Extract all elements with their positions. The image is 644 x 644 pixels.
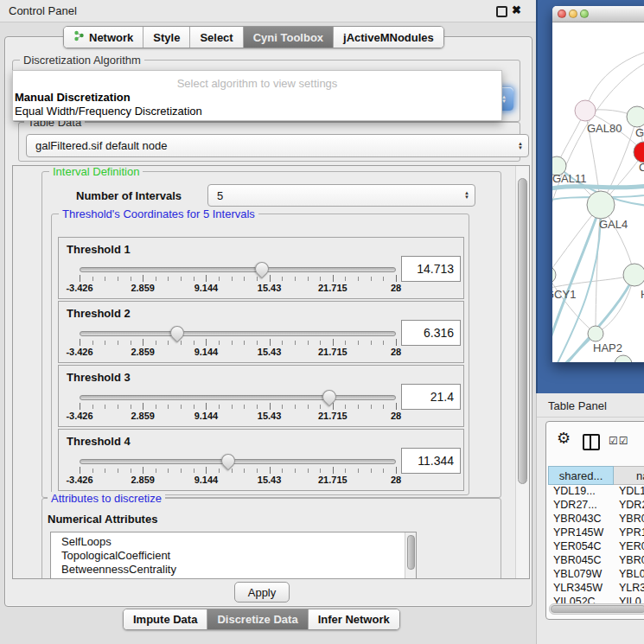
tab-select[interactable]: Select [189, 27, 242, 48]
threshold-value-field[interactable]: 14.713 [401, 256, 461, 282]
slider-track[interactable] [80, 395, 396, 400]
cell-name[interactable]: YBR0 [614, 513, 644, 526]
dropdown-item-manual-discretization[interactable]: Manual Discretization [15, 91, 131, 104]
apply-button[interactable]: Apply [234, 582, 290, 603]
table-row[interactable]: YER054CYER0 [548, 540, 644, 554]
checkbox-filter-icons[interactable]: ☑☑ [609, 435, 629, 447]
control-panel-tabs: NetworkStyleSelectCyni ToolboxjActiveMNo… [63, 26, 444, 48]
settings-vertical-scrollbar[interactable] [515, 166, 529, 578]
table-data-group: Table Data galFiltered.sif default node [18, 122, 520, 162]
table-row[interactable]: YDR27...YDR2 [548, 499, 644, 513]
slider-major-tick [333, 339, 334, 346]
slider-thumb[interactable] [168, 323, 188, 343]
number-of-intervals-combobox[interactable]: 5 [207, 184, 475, 207]
cell-name[interactable]: YLR3 [614, 582, 644, 596]
tab-discretize-data[interactable]: Discretize Data [207, 609, 307, 629]
cell-name[interactable]: YBR0 [614, 554, 644, 568]
tab-jactivemnodules[interactable]: jActiveMNodules [333, 27, 443, 48]
slider-tick-label: 15.43 [258, 347, 282, 357]
scrollbar-thumb[interactable] [518, 178, 527, 484]
table-horizontal-scrollbar[interactable] [549, 603, 644, 615]
network-view-window: GAL80GACGAL11GAL4GCY1HHAP2 [552, 6, 644, 362]
cell-name[interactable]: YBL0 [614, 568, 644, 582]
attributes-list-scrollbar[interactable] [405, 532, 416, 579]
cell-shared-name[interactable]: YPR145W [548, 526, 614, 540]
cell-name[interactable]: YDL1 [614, 485, 644, 499]
slider-tick-label: 21.715 [318, 411, 348, 421]
number-of-intervals-value: 5 [217, 189, 223, 202]
close-traffic-light-icon[interactable] [558, 10, 566, 18]
slider-tick-label: 9.144 [194, 475, 219, 485]
tab-network[interactable]: Network [64, 27, 143, 48]
scrollbar-thumb[interactable] [551, 605, 644, 613]
network-node-c[interactable] [634, 142, 644, 163]
network-edge [552, 184, 644, 191]
cell-name[interactable]: YDR2 [614, 499, 644, 513]
cell-shared-name[interactable]: YBR045C [548, 554, 614, 568]
threshold-slider[interactable]: -3.4262.8599.14415.4321.71528 [80, 390, 396, 423]
tab-infer-network[interactable]: Infer Network [308, 609, 399, 629]
network-canvas[interactable]: GAL80GACGAL11GAL4GCY1HHAP2 [552, 22, 644, 362]
cell-shared-name[interactable]: YDR27... [548, 499, 614, 513]
attribute-list-item[interactable]: TopologicalCoefficient [51, 549, 416, 563]
table-row[interactable]: YDL19...YDL1 [548, 485, 644, 499]
slider-thumb[interactable] [320, 387, 340, 407]
control-panel: Control Panel ✖ Discretization Algorithm… [0, 0, 536, 644]
table-data-combobox[interactable]: galFiltered.sif default node [26, 134, 529, 157]
cell-shared-name[interactable]: YDL19... [548, 485, 614, 499]
table-row[interactable]: YBR043CYBR0 [548, 513, 644, 526]
threshold-slider[interactable]: -3.4262.8599.14415.4321.71528 [80, 454, 396, 487]
right-column: GAL80GACGAL11GAL4GCY1HHAP2 Table Panel ⚙… [536, 0, 644, 644]
slider-track[interactable] [80, 331, 396, 336]
numerical-attributes-list: SelfLoopsTopologicalCoefficientBetweenne… [50, 532, 417, 579]
cell-shared-name[interactable]: YBL079W [548, 568, 614, 582]
columns-icon[interactable] [583, 434, 600, 450]
dropdown-item-equal-width-frequency[interactable]: Equal Width/Frequency Discretization [15, 105, 202, 118]
threshold-slider[interactable]: -3.4262.8599.14415.4321.71528 [80, 326, 396, 359]
threshold-label: Threshold 1 [67, 243, 131, 256]
cell-shared-name[interactable]: YLR345W [548, 582, 614, 596]
network-node-gal4[interactable] [587, 191, 615, 219]
threshold-value-field[interactable]: 6.316 [401, 320, 461, 346]
gear-icon[interactable]: ⚙ [557, 429, 571, 448]
network-node-ga[interactable] [627, 106, 644, 127]
tab-impute-data[interactable]: Impute Data [124, 609, 207, 629]
threshold-panel-1: Threshold 1-3.4262.8599.14415.4321.71528… [58, 237, 464, 299]
slider-major-tick [270, 339, 271, 346]
cell-shared-name[interactable]: YBR043C [548, 513, 614, 526]
attribute-list-item[interactable]: BetweennessCentrality [51, 563, 416, 577]
tab-style[interactable]: Style [143, 27, 189, 48]
cell-name[interactable]: YER0 [614, 540, 644, 554]
slider-track[interactable] [80, 459, 396, 464]
attribute-list-item[interactable]: SelfLoops [51, 535, 416, 549]
network-node-h[interactable] [623, 264, 644, 286]
network-node-hap2[interactable] [588, 326, 603, 341]
table-row[interactable]: YBL079WYBL0 [548, 568, 644, 582]
cell-name[interactable]: YPR1 [614, 526, 644, 540]
threshold-value-field[interactable]: 21.4 [401, 384, 461, 410]
zoom-traffic-light-icon[interactable] [580, 10, 589, 18]
table-row[interactable]: YBR045CYBR0 [548, 554, 644, 568]
column-header-shared-name[interactable]: shared... [548, 466, 614, 485]
slider-major-tick [396, 275, 397, 282]
column-header-name[interactable]: na [614, 466, 644, 485]
table-row[interactable]: YPR145WYPR1 [548, 526, 644, 540]
table-panel: Table Panel ⚙ ☑☑ shared... na YDL19...YD… [536, 393, 644, 644]
network-node[interactable] [615, 355, 632, 362]
scrollbar-thumb[interactable] [407, 535, 415, 570]
tab-cyni-toolbox[interactable]: Cyni Toolbox [243, 27, 333, 48]
cell-shared-name[interactable]: YER054C [548, 540, 614, 554]
network-node-label: HAP2 [593, 341, 622, 354]
float-window-icon[interactable] [496, 6, 507, 17]
minimize-traffic-light-icon[interactable] [569, 10, 577, 18]
slider-track[interactable] [80, 267, 396, 272]
table-row[interactable]: YLR345WYLR3 [548, 582, 644, 596]
threshold-value-field[interactable]: 11.344 [401, 448, 461, 474]
network-node-gal80[interactable] [575, 100, 596, 121]
close-icon[interactable]: ✖ [512, 3, 521, 16]
slider-major-tick [206, 467, 207, 474]
settings-scrollpane: Interval Definition Number of Intervals … [12, 165, 530, 579]
network-node-gcy1[interactable] [552, 266, 556, 284]
threshold-slider[interactable]: -3.4262.8599.14415.4321.71528 [80, 262, 396, 295]
slider-thumb[interactable] [219, 451, 239, 471]
